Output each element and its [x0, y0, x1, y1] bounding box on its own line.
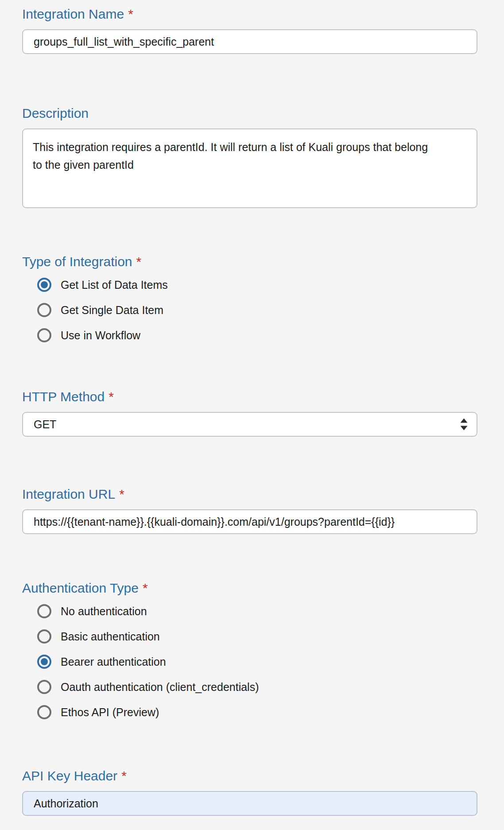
radio-option-ethos-api-preview[interactable]: Ethos API (Preview)	[37, 704, 477, 720]
integration-name-label-text: Integration Name	[22, 7, 124, 21]
required-asterisk: *	[121, 768, 127, 783]
type-of-integration-label-text: Type of Integration	[22, 254, 132, 269]
radio-option-basic-authentication[interactable]: Basic authentication	[37, 628, 477, 644]
radio-option-get-single-data-item[interactable]: Get Single Data Item	[37, 302, 477, 318]
description-field-group: Description This integration requires a …	[22, 105, 477, 208]
description-label-text: Description	[22, 106, 89, 120]
radio-option-label: Get List of Data Items	[61, 277, 168, 293]
radio-option-label: Oauth authentication (client_credentials…	[61, 679, 259, 695]
description-label: Description	[22, 105, 477, 121]
radio-option-use-in-workflow[interactable]: Use in Workflow	[37, 327, 477, 343]
type-of-integration-label: Type of Integration*	[22, 254, 477, 270]
radio-option-label: Basic authentication	[61, 628, 160, 644]
http-method-label-text: HTTP Method	[22, 389, 105, 404]
http-method-select-wrap: GET	[22, 412, 477, 437]
radio-option-label: Bearer authentication	[61, 654, 166, 670]
integration-url-label-text: Integration URL	[22, 487, 115, 501]
required-asterisk: *	[136, 254, 142, 269]
required-asterisk: *	[119, 487, 124, 501]
integration-name-input[interactable]	[22, 29, 477, 54]
radio-option-label: Ethos API (Preview)	[61, 704, 159, 720]
radio-icon[interactable]	[37, 278, 51, 292]
authentication-type-field-group: Authentication Type* No authentication B…	[22, 580, 477, 720]
radio-option-label: Get Single Data Item	[61, 302, 163, 318]
radio-option-get-list-of-data-items[interactable]: Get List of Data Items	[37, 277, 477, 293]
authentication-type-label-text: Authentication Type	[22, 581, 139, 595]
api-key-header-input[interactable]	[22, 791, 477, 816]
integration-url-field-group: Integration URL*	[22, 486, 477, 534]
radio-option-bearer-authentication[interactable]: Bearer authentication	[37, 654, 477, 670]
integration-name-field-group: Integration Name*	[22, 6, 477, 54]
required-asterisk: *	[109, 389, 114, 404]
http-method-label: HTTP Method*	[22, 389, 477, 405]
http-method-select[interactable]: GET	[22, 412, 477, 437]
radio-icon[interactable]	[37, 705, 51, 719]
radio-icon[interactable]	[37, 303, 51, 317]
authentication-type-label: Authentication Type*	[22, 580, 477, 596]
integration-form-page: Integration Name* Description This integ…	[0, 0, 504, 830]
radio-icon[interactable]	[37, 604, 51, 618]
radio-icon[interactable]	[37, 629, 51, 644]
required-asterisk: *	[143, 581, 148, 595]
integration-url-input[interactable]	[22, 509, 477, 534]
type-of-integration-radio-group: Get List of Data Items Get Single Data I…	[22, 277, 477, 343]
description-textarea[interactable]: This integration requires a parentId. It…	[22, 128, 477, 208]
radio-icon[interactable]	[37, 328, 51, 342]
integration-name-label: Integration Name*	[22, 6, 477, 22]
radio-icon[interactable]	[37, 655, 51, 669]
radio-icon[interactable]	[37, 680, 51, 694]
api-key-header-field-group: API Key Header*	[22, 768, 477, 816]
radio-option-no-authentication[interactable]: No authentication	[37, 603, 477, 619]
type-of-integration-field-group: Type of Integration* Get List of Data It…	[22, 254, 477, 343]
authentication-type-radio-group: No authentication Basic authentication B…	[22, 603, 477, 720]
integration-url-label: Integration URL*	[22, 486, 477, 502]
radio-option-oauth-authentication[interactable]: Oauth authentication (client_credentials…	[37, 679, 477, 695]
radio-option-label: Use in Workflow	[61, 327, 140, 343]
radio-option-label: No authentication	[61, 603, 147, 619]
integration-form: Integration Name* Description This integ…	[0, 0, 504, 816]
api-key-header-label-text: API Key Header	[22, 768, 117, 783]
api-key-header-label: API Key Header*	[22, 768, 477, 784]
http-method-field-group: HTTP Method* GET	[22, 389, 477, 437]
required-asterisk: *	[128, 7, 133, 21]
